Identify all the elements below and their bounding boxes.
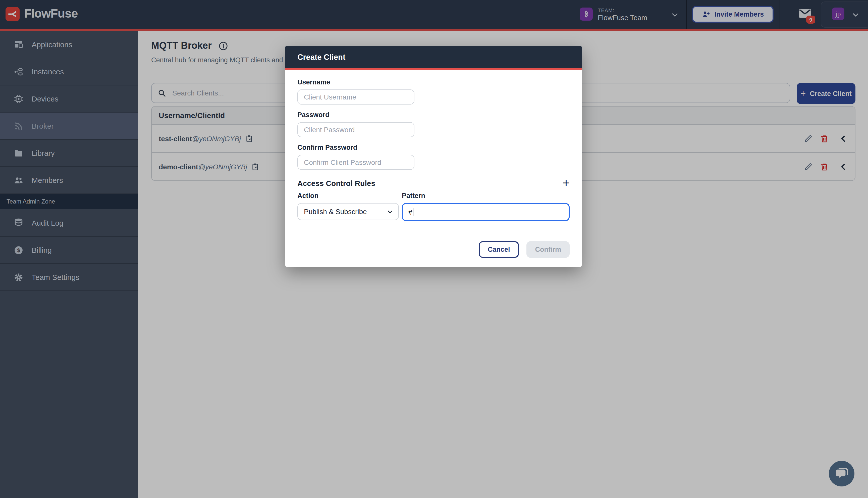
add-rule-plus-icon[interactable]: + xyxy=(563,178,570,188)
pattern-label: Pattern xyxy=(402,192,570,200)
password-label: Password xyxy=(297,110,570,119)
access-control-rules-heading: Access Control Rules xyxy=(297,179,375,187)
action-select-value: Publish & Subscribe xyxy=(304,208,367,215)
modal-body: Username Password Confirm Password Acces… xyxy=(285,70,582,267)
action-select[interactable]: Publish & Subscribe xyxy=(297,203,399,220)
action-label: Action xyxy=(297,192,399,200)
pattern-input[interactable]: # xyxy=(402,203,570,221)
username-field[interactable] xyxy=(297,90,414,105)
password-field[interactable] xyxy=(297,122,414,137)
modal-title: Create Client xyxy=(297,53,345,62)
confirm-password-field[interactable] xyxy=(297,155,414,170)
pattern-input-value: # xyxy=(409,208,412,216)
modal-header: Create Client xyxy=(285,46,582,70)
select-chevron-down-icon xyxy=(387,208,393,215)
confirm-button[interactable]: Confirm xyxy=(527,241,570,258)
confirm-password-label: Confirm Password xyxy=(297,143,570,152)
username-label: Username xyxy=(297,78,570,87)
text-cursor xyxy=(413,208,414,216)
create-client-modal: Create Client Username Password Confirm … xyxy=(285,46,582,267)
app-root: FlowFuse TEAM: FlowFuse Team Invite Memb… xyxy=(0,0,868,498)
cancel-button[interactable]: Cancel xyxy=(479,241,519,258)
